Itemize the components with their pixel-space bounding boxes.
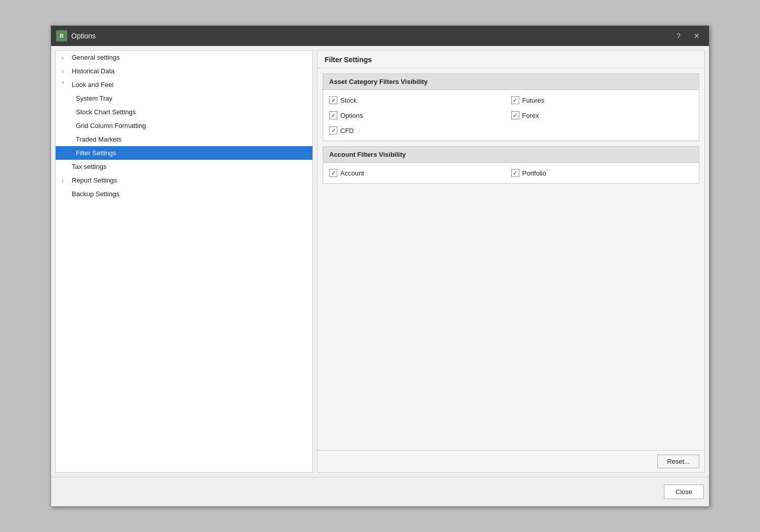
checkbox-account[interactable]: ✓ Account <box>329 169 511 177</box>
checkbox-portfolio-box[interactable]: ✓ <box>511 169 519 177</box>
sidebar-item-historical-data[interactable]: › Historical Data <box>56 64 312 78</box>
chevron-down-icon: ˅ <box>62 81 69 88</box>
sidebar-item-traded-markets[interactable]: Traded Markets <box>56 132 312 146</box>
checkbox-options[interactable]: ✓ Options <box>329 111 511 119</box>
checkbox-cfd[interactable]: ✓ CFD <box>329 126 511 135</box>
sidebar-item-label: Historical Data <box>72 67 115 75</box>
checkbox-cfd-box[interactable]: ✓ <box>329 126 337 135</box>
asset-category-header: Asset Category Filters Visibility <box>323 74 699 90</box>
checkbox-futures-box[interactable]: ✓ <box>511 96 519 104</box>
checkbox-forex[interactable]: ✓ Forex <box>511 111 693 119</box>
sidebar-item-general-settings[interactable]: › General settings <box>56 51 312 64</box>
sidebar-item-report-settings[interactable]: › Report Settings <box>56 173 312 187</box>
sidebar-item-filter-settings[interactable]: Filter Settings <box>56 146 312 160</box>
chevron-icon: › <box>62 178 69 184</box>
sidebar-item-backup-settings[interactable]: › Backup Settings <box>56 187 312 201</box>
account-filters-body: ✓ Account ✓ Portfolio <box>323 163 699 183</box>
content-title: Filter Settings <box>318 51 704 68</box>
checkbox-portfolio[interactable]: ✓ Portfolio <box>511 169 693 177</box>
checkbox-account-label: Account <box>340 169 364 177</box>
sidebar-item-label: General settings <box>72 54 120 61</box>
checkbox-portfolio-label: Portfolio <box>522 169 547 177</box>
sidebar-item-system-tray[interactable]: System Tray <box>56 92 312 105</box>
chevron-icon: › <box>62 55 69 61</box>
checkbox-forex-box[interactable]: ✓ <box>511 111 519 119</box>
checkbox-stock-box[interactable]: ✓ <box>329 96 337 104</box>
sidebar-item-label: Stock Chart Settings <box>76 108 136 116</box>
sidebar-item-label: Traded Markets <box>76 136 122 143</box>
bottom-bar: Close <box>51 477 709 506</box>
checkbox-options-label: Options <box>340 112 363 119</box>
content-inner: Asset Category Filters Visibility ✓ Stoc… <box>318 68 704 450</box>
sidebar-item-label: System Tray <box>76 95 112 102</box>
sidebar: › General settings › Historical Data ˅ L… <box>55 50 313 473</box>
dialog-title: Options <box>71 32 672 40</box>
checkbox-options-box[interactable]: ✓ <box>329 111 337 119</box>
title-bar: R Options ? ✕ <box>51 26 709 46</box>
checkbox-futures[interactable]: ✓ Futures <box>511 96 693 104</box>
dialog-body: › General settings › Historical Data ˅ L… <box>51 46 709 477</box>
main-content: Filter Settings Asset Category Filters V… <box>317 50 705 473</box>
reset-button[interactable]: Reset... <box>657 455 699 468</box>
help-button[interactable]: ? <box>672 30 686 42</box>
sidebar-item-label: Backup Settings <box>72 190 119 198</box>
sidebar-item-label: Report Settings <box>72 176 117 184</box>
account-filters-header: Account Filters Visibility <box>323 147 699 163</box>
checkbox-futures-label: Futures <box>522 97 545 104</box>
sidebar-item-label: Filter Settings <box>76 149 116 157</box>
checkbox-stock[interactable]: ✓ Stock <box>329 96 511 104</box>
sidebar-item-label: Look and Feel <box>72 81 113 88</box>
chevron-icon: › <box>62 68 69 74</box>
title-bar-controls: ? ✕ <box>672 30 704 42</box>
close-button[interactable]: Close <box>664 484 704 499</box>
asset-category-section: Asset Category Filters Visibility ✓ Stoc… <box>323 73 699 141</box>
content-footer: Reset... <box>318 450 704 472</box>
sidebar-item-look-and-feel[interactable]: ˅ Look and Feel <box>56 78 312 92</box>
sidebar-item-tax-settings[interactable]: › Tax settings <box>56 160 312 173</box>
options-dialog: R Options ? ✕ › General settings › Histo… <box>51 25 709 507</box>
checkbox-account-box[interactable]: ✓ <box>329 169 337 177</box>
checkbox-cfd-label: CFD <box>340 127 354 135</box>
app-logo: R <box>56 30 67 41</box>
sidebar-item-label: Tax settings <box>72 163 107 170</box>
account-filters-section: Account Filters Visibility ✓ Account ✓ P… <box>323 146 699 184</box>
content-area: Filter Settings Asset Category Filters V… <box>317 50 705 473</box>
asset-category-body: ✓ Stock ✓ Futures ✓ Options <box>323 90 699 141</box>
checkbox-stock-label: Stock <box>340 97 357 104</box>
sidebar-item-grid-column-formatting[interactable]: Grid Column Formatting <box>56 119 312 132</box>
sidebar-item-label: Grid Column Formatting <box>76 122 146 129</box>
close-window-button[interactable]: ✕ <box>690 30 704 42</box>
checkbox-forex-label: Forex <box>522 112 539 119</box>
sidebar-item-stock-chart-settings[interactable]: Stock Chart Settings <box>56 105 312 119</box>
